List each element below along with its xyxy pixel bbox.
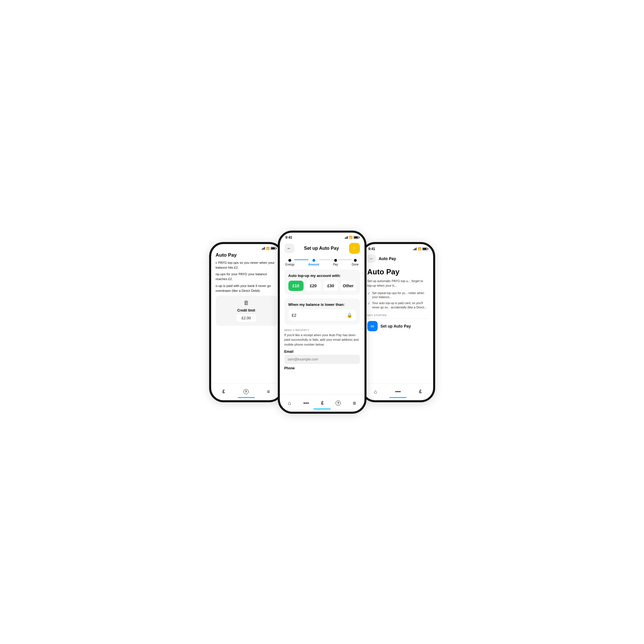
amount-options: £10 £20 £30 Other bbox=[288, 281, 356, 291]
check-item-1: ✓ Set repeat top-ups for yo... meter whe… bbox=[367, 291, 429, 299]
back-icon: ← bbox=[287, 246, 292, 251]
center-nav-help[interactable]: ? bbox=[336, 401, 341, 406]
step-line-1 bbox=[294, 259, 308, 260]
center-nav-menu[interactable]: ≡ bbox=[353, 400, 356, 407]
right-desc: Set up automatic PAYG top-u... forget to… bbox=[367, 279, 429, 288]
topup-title: Auto top-up my account with: bbox=[288, 274, 356, 278]
amount-other-button[interactable]: Other bbox=[341, 281, 356, 291]
balance-section: When my balance is lower than: £2 🔒 bbox=[284, 298, 360, 325]
battery-icon bbox=[271, 247, 276, 250]
right-main-title: Auto Pay bbox=[367, 267, 429, 276]
right-nav-track[interactable] bbox=[395, 390, 401, 393]
right-back-button[interactable]: ← bbox=[367, 254, 376, 263]
scene: 📶 Auto Pay c PAYG top-ups so you never w… bbox=[179, 219, 465, 425]
right-content: ← Auto Pay Auto Pay Set up automatic PAY… bbox=[363, 252, 433, 383]
step-label-energy: Energy bbox=[286, 263, 295, 266]
lightning-button[interactable]: ⚡ bbox=[349, 243, 360, 254]
step-label-amount: Amount bbox=[308, 263, 319, 266]
right-nav-pound[interactable]: £ bbox=[419, 389, 422, 394]
email-input[interactable] bbox=[284, 355, 360, 364]
right-phone: 9:41 📶 ← Auto Pay Auto Pay Set up automa… bbox=[361, 242, 435, 402]
email-label: Email bbox=[284, 350, 360, 354]
right-time: 9:41 bbox=[368, 247, 375, 251]
infinity-icon: ∞ bbox=[370, 323, 374, 329]
center-back-button[interactable]: ← bbox=[284, 243, 294, 253]
center-status-icons: 📶 bbox=[345, 236, 359, 239]
step-energy: Energy bbox=[286, 259, 295, 266]
step-dot-pay bbox=[334, 259, 337, 262]
trash-icon: 🗑 bbox=[243, 300, 249, 306]
check-icon-1: ✓ bbox=[367, 291, 370, 296]
amount-30-button[interactable]: £30 bbox=[323, 281, 338, 291]
step-label-done: Done bbox=[352, 263, 359, 266]
setup-autopay-label: Set up Auto Pay bbox=[381, 324, 411, 328]
center-header: ← Set up Auto Pay ⚡ bbox=[280, 241, 364, 256]
left-nav-help[interactable]: ? bbox=[243, 389, 249, 394]
right-signal-icon bbox=[413, 247, 417, 250]
signal-icon bbox=[262, 247, 265, 250]
balance-value: £2 bbox=[292, 313, 297, 318]
center-nav-pound[interactable]: £ bbox=[321, 401, 324, 406]
step-line-2 bbox=[319, 259, 333, 260]
left-status-bar: 📶 bbox=[211, 244, 282, 251]
left-status-icons: 📶 bbox=[262, 247, 276, 250]
center-time: 9:41 bbox=[286, 235, 292, 239]
center-battery-icon bbox=[354, 236, 359, 239]
step-dot-energy bbox=[288, 259, 291, 262]
topup-section: Auto top-up my account with: £10 £20 £30… bbox=[284, 270, 360, 295]
center-signal-icon bbox=[345, 236, 348, 239]
step-amount: Amount bbox=[308, 259, 319, 266]
left-page-title: Auto Pay bbox=[216, 252, 277, 258]
left-desc3: o-up is paid with your bank ll never go … bbox=[216, 284, 277, 294]
right-bottom-bar: ⌂ £ bbox=[363, 383, 433, 400]
check-text-2: Your auto top-up is paid card, so you'll… bbox=[372, 301, 429, 309]
right-header-title: Auto Pay bbox=[379, 256, 396, 261]
receipt-desc: If you'd like a receipt when your Auto P… bbox=[284, 333, 360, 347]
left-phone: 📶 Auto Pay c PAYG top-ups so you never w… bbox=[209, 242, 284, 402]
right-header: ← Auto Pay bbox=[367, 252, 429, 265]
credit-value: £2.00 bbox=[236, 314, 256, 322]
left-credit-card: 🗑 Credit limit £2.00 bbox=[216, 296, 277, 326]
center-status-bar: 9:41 📶 bbox=[280, 233, 364, 241]
divider bbox=[367, 318, 429, 319]
right-nav-home[interactable]: ⌂ bbox=[374, 389, 377, 395]
right-status-bar: 9:41 📶 bbox=[363, 244, 433, 252]
step-pay: Pay bbox=[333, 259, 338, 266]
right-wifi-icon: 📶 bbox=[418, 247, 421, 250]
center-bottom-bar: ⌂ £ ? ≡ bbox=[280, 395, 364, 412]
center-nav-home[interactable]: ⌂ bbox=[288, 400, 291, 406]
center-body: Auto top-up my account with: £10 £20 £30… bbox=[280, 268, 364, 395]
step-label-pay: Pay bbox=[333, 263, 338, 266]
balance-row: £2 🔒 bbox=[288, 310, 356, 321]
lightning-icon: ⚡ bbox=[351, 245, 358, 251]
right-back-icon: ← bbox=[370, 256, 374, 261]
left-bottom-bar: £ ? ≡ bbox=[211, 383, 282, 400]
center-phone: 9:41 📶 ← Set up Auto Pay ⚡ Energy bbox=[278, 231, 366, 414]
right-status-icons: 📶 bbox=[413, 247, 427, 250]
right-battery-icon bbox=[422, 247, 427, 250]
credit-limit-label: Credit limit bbox=[237, 308, 255, 312]
amount-20-button[interactable]: £20 bbox=[306, 281, 321, 291]
receipt-section: NEED A RECEIPT? If you'd like a receipt … bbox=[284, 328, 360, 373]
step-done: Done bbox=[352, 259, 359, 266]
left-desc2: op-ups for your PAYG your balance reache… bbox=[216, 272, 277, 282]
left-nav-menu[interactable]: ≡ bbox=[267, 389, 270, 395]
step-line-3 bbox=[338, 259, 352, 260]
get-started-label: GET STARTED bbox=[367, 314, 429, 317]
lock-icon: 🔒 bbox=[347, 312, 352, 318]
wifi-icon: 📶 bbox=[266, 247, 270, 250]
check-item-2: ✓ Your auto top-up is paid card, so you'… bbox=[367, 301, 429, 309]
autopay-icon-box: ∞ bbox=[367, 321, 378, 331]
check-icon-2: ✓ bbox=[367, 301, 370, 306]
step-dot-amount bbox=[312, 259, 315, 262]
progress-steps: Energy Amount Pay Done bbox=[280, 256, 364, 268]
setup-autopay-button[interactable]: ∞ Set up Auto Pay bbox=[367, 321, 429, 331]
center-nav-track[interactable] bbox=[303, 401, 309, 405]
step-dot-done bbox=[354, 259, 357, 262]
left-desc1: c PAYG top-ups so you never when your ba… bbox=[216, 260, 277, 270]
balance-title: When my balance is lower than: bbox=[288, 302, 356, 307]
amount-10-button[interactable]: £10 bbox=[288, 281, 304, 291]
check-text-1: Set repeat top-ups for yo... meter when … bbox=[372, 291, 429, 299]
left-nav-pound[interactable]: £ bbox=[223, 389, 225, 394]
left-content: Auto Pay c PAYG top-ups so you never whe… bbox=[211, 251, 282, 383]
